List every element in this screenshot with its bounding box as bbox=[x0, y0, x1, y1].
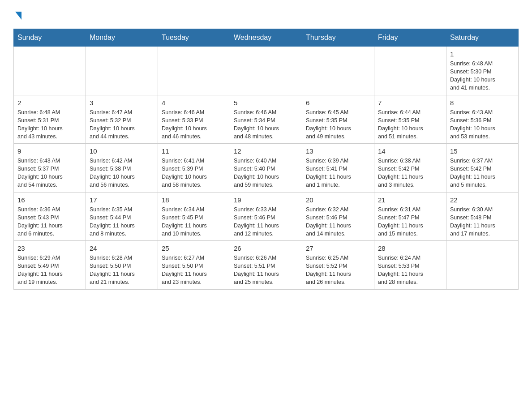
day-info: Sunrise: 6:28 AMSunset: 5:50 PMDaylight:… bbox=[90, 254, 154, 287]
weekday-header-sunday: Sunday bbox=[14, 29, 86, 47]
calendar-cell bbox=[374, 47, 446, 95]
weekday-header-wednesday: Wednesday bbox=[230, 29, 302, 47]
day-number: 17 bbox=[90, 195, 154, 205]
day-number: 21 bbox=[378, 195, 442, 205]
day-number: 25 bbox=[162, 244, 226, 253]
day-info: Sunrise: 6:26 AMSunset: 5:51 PMDaylight:… bbox=[234, 254, 298, 287]
day-info: Sunrise: 6:35 AMSunset: 5:44 PMDaylight:… bbox=[90, 206, 154, 238]
day-number: 11 bbox=[162, 146, 226, 156]
day-info: Sunrise: 6:37 AMSunset: 5:42 PMDaylight:… bbox=[450, 157, 515, 189]
day-info: Sunrise: 6:25 AMSunset: 5:52 PMDaylight:… bbox=[306, 254, 370, 287]
calendar-table: SundayMondayTuesdayWednesdayThursdayFrid… bbox=[13, 29, 519, 290]
day-info: Sunrise: 6:31 AMSunset: 5:47 PMDaylight:… bbox=[378, 206, 442, 238]
day-info: Sunrise: 6:43 AMSunset: 5:36 PMDaylight:… bbox=[450, 108, 515, 141]
weekday-header-friday: Friday bbox=[374, 29, 446, 47]
day-number: 20 bbox=[306, 195, 370, 205]
day-number: 28 bbox=[378, 244, 442, 253]
calendar-cell bbox=[86, 47, 158, 95]
day-number: 3 bbox=[90, 98, 154, 107]
calendar-cell bbox=[158, 47, 230, 95]
weekday-header-thursday: Thursday bbox=[302, 29, 374, 47]
day-number: 15 bbox=[450, 146, 515, 156]
day-number: 26 bbox=[234, 244, 298, 253]
day-number: 16 bbox=[17, 195, 82, 205]
day-info: Sunrise: 6:44 AMSunset: 5:35 PMDaylight:… bbox=[378, 108, 442, 141]
calendar-cell: 25Sunrise: 6:27 AMSunset: 5:50 PMDayligh… bbox=[158, 241, 230, 290]
day-number: 10 bbox=[90, 146, 154, 156]
calendar-cell: 28Sunrise: 6:24 AMSunset: 5:53 PMDayligh… bbox=[374, 241, 446, 290]
calendar-cell: 21Sunrise: 6:31 AMSunset: 5:47 PMDayligh… bbox=[374, 192, 446, 241]
day-number: 14 bbox=[378, 146, 442, 156]
logo bbox=[13, 9, 21, 20]
day-info: Sunrise: 6:43 AMSunset: 5:37 PMDaylight:… bbox=[17, 157, 82, 189]
day-number: 9 bbox=[17, 146, 82, 156]
day-info: Sunrise: 6:41 AMSunset: 5:39 PMDaylight:… bbox=[162, 157, 226, 189]
day-number: 4 bbox=[162, 98, 226, 107]
day-info: Sunrise: 6:24 AMSunset: 5:53 PMDaylight:… bbox=[378, 254, 442, 287]
day-info: Sunrise: 6:34 AMSunset: 5:45 PMDaylight:… bbox=[162, 206, 226, 238]
calendar-cell: 6Sunrise: 6:45 AMSunset: 5:35 PMDaylight… bbox=[302, 95, 374, 144]
calendar-cell: 7Sunrise: 6:44 AMSunset: 5:35 PMDaylight… bbox=[374, 95, 446, 144]
day-info: Sunrise: 6:29 AMSunset: 5:49 PMDaylight:… bbox=[17, 254, 82, 287]
day-number: 18 bbox=[162, 195, 226, 205]
calendar-cell: 11Sunrise: 6:41 AMSunset: 5:39 PMDayligh… bbox=[158, 144, 230, 193]
calendar-cell: 2Sunrise: 6:48 AMSunset: 5:31 PMDaylight… bbox=[14, 95, 86, 144]
day-number: 6 bbox=[306, 98, 370, 107]
day-number: 27 bbox=[306, 244, 370, 253]
calendar-cell bbox=[446, 241, 519, 290]
day-info: Sunrise: 6:32 AMSunset: 5:46 PMDaylight:… bbox=[306, 206, 370, 238]
weekday-header-monday: Monday bbox=[86, 29, 158, 47]
calendar-cell bbox=[302, 47, 374, 95]
day-number: 24 bbox=[90, 244, 154, 253]
day-number: 1 bbox=[450, 49, 515, 59]
day-info: Sunrise: 6:33 AMSunset: 5:46 PMDaylight:… bbox=[234, 206, 298, 238]
page-header bbox=[13, 9, 519, 20]
day-number: 2 bbox=[17, 98, 82, 107]
calendar-cell: 24Sunrise: 6:28 AMSunset: 5:50 PMDayligh… bbox=[86, 241, 158, 290]
calendar-cell: 15Sunrise: 6:37 AMSunset: 5:42 PMDayligh… bbox=[446, 144, 519, 193]
calendar-cell: 14Sunrise: 6:38 AMSunset: 5:42 PMDayligh… bbox=[374, 144, 446, 193]
calendar-cell: 1Sunrise: 6:48 AMSunset: 5:30 PMDaylight… bbox=[446, 47, 519, 95]
calendar-cell: 19Sunrise: 6:33 AMSunset: 5:46 PMDayligh… bbox=[230, 192, 302, 241]
calendar-cell: 18Sunrise: 6:34 AMSunset: 5:45 PMDayligh… bbox=[158, 192, 230, 241]
calendar-cell: 8Sunrise: 6:43 AMSunset: 5:36 PMDaylight… bbox=[446, 95, 519, 144]
calendar-cell: 3Sunrise: 6:47 AMSunset: 5:32 PMDaylight… bbox=[86, 95, 158, 144]
weekday-header-tuesday: Tuesday bbox=[158, 29, 230, 47]
week-row-5: 23Sunrise: 6:29 AMSunset: 5:49 PMDayligh… bbox=[14, 241, 519, 290]
day-number: 23 bbox=[17, 244, 82, 253]
day-number: 8 bbox=[450, 98, 515, 107]
day-info: Sunrise: 6:30 AMSunset: 5:48 PMDaylight:… bbox=[450, 206, 515, 238]
day-number: 19 bbox=[234, 195, 298, 205]
day-info: Sunrise: 6:39 AMSunset: 5:41 PMDaylight:… bbox=[306, 157, 370, 189]
calendar-cell: 5Sunrise: 6:46 AMSunset: 5:34 PMDaylight… bbox=[230, 95, 302, 144]
day-info: Sunrise: 6:38 AMSunset: 5:42 PMDaylight:… bbox=[378, 157, 442, 189]
calendar-cell bbox=[14, 47, 86, 95]
day-number: 12 bbox=[234, 146, 298, 156]
day-info: Sunrise: 6:47 AMSunset: 5:32 PMDaylight:… bbox=[90, 108, 154, 141]
calendar-cell: 22Sunrise: 6:30 AMSunset: 5:48 PMDayligh… bbox=[446, 192, 519, 241]
logo-arrow-icon bbox=[15, 12, 21, 20]
calendar-cell: 20Sunrise: 6:32 AMSunset: 5:46 PMDayligh… bbox=[302, 192, 374, 241]
calendar-cell: 12Sunrise: 6:40 AMSunset: 5:40 PMDayligh… bbox=[230, 144, 302, 193]
calendar-cell: 17Sunrise: 6:35 AMSunset: 5:44 PMDayligh… bbox=[86, 192, 158, 241]
day-info: Sunrise: 6:36 AMSunset: 5:43 PMDaylight:… bbox=[17, 206, 82, 238]
day-info: Sunrise: 6:48 AMSunset: 5:31 PMDaylight:… bbox=[17, 108, 82, 141]
day-info: Sunrise: 6:48 AMSunset: 5:30 PMDaylight:… bbox=[450, 60, 515, 92]
day-number: 5 bbox=[234, 98, 298, 107]
calendar-cell: 27Sunrise: 6:25 AMSunset: 5:52 PMDayligh… bbox=[302, 241, 374, 290]
calendar-cell: 9Sunrise: 6:43 AMSunset: 5:37 PMDaylight… bbox=[14, 144, 86, 193]
calendar-cell: 4Sunrise: 6:46 AMSunset: 5:33 PMDaylight… bbox=[158, 95, 230, 144]
calendar-cell: 16Sunrise: 6:36 AMSunset: 5:43 PMDayligh… bbox=[14, 192, 86, 241]
calendar-cell: 10Sunrise: 6:42 AMSunset: 5:38 PMDayligh… bbox=[86, 144, 158, 193]
calendar-cell: 13Sunrise: 6:39 AMSunset: 5:41 PMDayligh… bbox=[302, 144, 374, 193]
day-number: 22 bbox=[450, 195, 515, 205]
calendar-cell bbox=[230, 47, 302, 95]
week-row-3: 9Sunrise: 6:43 AMSunset: 5:37 PMDaylight… bbox=[14, 144, 519, 193]
weekday-header-row: SundayMondayTuesdayWednesdayThursdayFrid… bbox=[14, 29, 519, 47]
day-info: Sunrise: 6:40 AMSunset: 5:40 PMDaylight:… bbox=[234, 157, 298, 189]
calendar-cell: 26Sunrise: 6:26 AMSunset: 5:51 PMDayligh… bbox=[230, 241, 302, 290]
day-info: Sunrise: 6:46 AMSunset: 5:34 PMDaylight:… bbox=[234, 108, 298, 141]
weekday-header-saturday: Saturday bbox=[446, 29, 519, 47]
day-info: Sunrise: 6:27 AMSunset: 5:50 PMDaylight:… bbox=[162, 254, 226, 287]
week-row-2: 2Sunrise: 6:48 AMSunset: 5:31 PMDaylight… bbox=[14, 95, 519, 144]
